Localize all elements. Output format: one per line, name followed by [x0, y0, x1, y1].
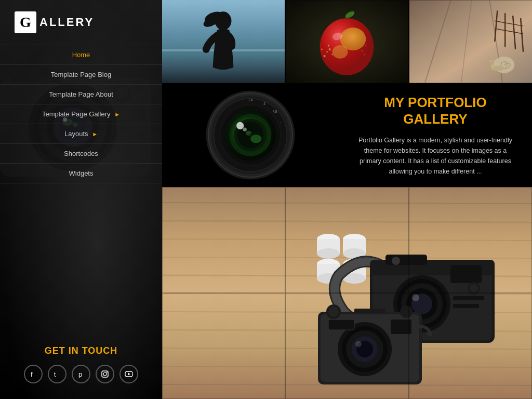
instagram-icon[interactable] — [96, 365, 114, 383]
logo-text: ALLERY — [39, 16, 94, 29]
portfolio-title: MY PORTFOLIO GALLERY — [354, 94, 516, 128]
gallery-image-apple — [286, 0, 408, 83]
svg-text:f: f — [31, 370, 33, 378]
gallery-image-person — [162, 0, 285, 83]
svg-point-33 — [326, 51, 328, 52]
nav-home[interactable]: Home — [0, 45, 162, 64]
svg-point-36 — [328, 45, 329, 46]
svg-point-134 — [427, 331, 432, 336]
gallery-arrow-icon: ► — [114, 111, 120, 117]
svg-marker-20 — [128, 373, 130, 376]
youtube-icon[interactable] — [119, 365, 138, 383]
svg-text:1.4: 1.4 — [248, 98, 253, 102]
bottom-gallery-image — [162, 187, 532, 399]
nav-template-gallery[interactable]: Template Page Gallery ► — [0, 104, 162, 124]
svg-point-119 — [392, 257, 400, 265]
nav-template-about[interactable]: Template Page About — [0, 84, 162, 104]
svg-point-55 — [489, 60, 491, 62]
svg-rect-114 — [450, 265, 482, 283]
portfolio-description: Portfolio Gallery is a modern, stylish a… — [354, 135, 516, 177]
svg-point-40 — [363, 54, 365, 56]
svg-point-130 — [355, 341, 362, 347]
svg-rect-117 — [453, 296, 484, 300]
camera-lens-area: 1.4 2 2.8 4 5.6 8 11 — [162, 83, 339, 187]
gallery-image-road — [409, 0, 532, 83]
nav-layouts[interactable]: Layouts ► — [0, 124, 162, 143]
svg-point-94 — [317, 248, 340, 259]
svg-point-77 — [250, 135, 262, 143]
logo-area: G ALLERY — [0, 0, 162, 41]
person-scene — [162, 0, 285, 83]
sidebar: G ALLERY Home Template Page Blog Templat… — [0, 0, 162, 399]
svg-point-124 — [400, 305, 413, 318]
camera-lens-svg: 1.4 2 2.8 4 5.6 8 11 — [204, 88, 297, 182]
svg-rect-107 — [385, 255, 427, 265]
svg-rect-118 — [453, 304, 479, 308]
svg-point-35 — [324, 55, 326, 57]
social-icons-group: f t p — [10, 365, 152, 383]
facebook-icon[interactable]: f — [24, 365, 43, 383]
svg-point-18 — [107, 372, 108, 373]
nav-template-blog[interactable]: Template Page Blog — [0, 64, 162, 84]
svg-point-17 — [103, 373, 107, 376]
svg-point-29 — [332, 45, 348, 59]
svg-point-38 — [362, 50, 363, 51]
svg-point-34 — [331, 54, 333, 55]
svg-point-57 — [493, 60, 495, 62]
svg-rect-132 — [328, 320, 354, 330]
pinterest-icon[interactable]: p — [72, 365, 90, 383]
svg-point-39 — [365, 45, 367, 46]
svg-point-123 — [328, 307, 339, 317]
svg-rect-41 — [409, 0, 532, 83]
svg-text:t: t — [54, 371, 56, 378]
svg-point-116 — [470, 284, 478, 292]
main-content: 1.4 2 2.8 4 5.6 8 11 — [162, 0, 532, 399]
sidebar-content: G ALLERY Home Template Page Blog Templat… — [0, 0, 162, 399]
twitter-icon[interactable]: t — [48, 365, 66, 383]
layouts-arrow-icon: ► — [92, 131, 98, 137]
get-in-touch-title: GET IN TOUCH — [10, 345, 152, 356]
top-images-row — [162, 0, 532, 83]
logo-icon: G — [15, 11, 36, 33]
svg-rect-133 — [354, 309, 385, 313]
svg-text:p: p — [78, 370, 82, 378]
nav-widgets[interactable]: Widgets — [0, 163, 162, 183]
svg-text:2: 2 — [263, 102, 265, 105]
middle-section: 1.4 2 2.8 4 5.6 8 11 — [162, 83, 532, 187]
svg-point-53 — [490, 64, 495, 69]
svg-rect-131 — [391, 320, 411, 334]
main-nav: Home Template Page Blog Template Page Ab… — [0, 45, 162, 183]
svg-point-76 — [243, 128, 247, 131]
svg-point-32 — [329, 48, 331, 50]
svg-point-113 — [412, 294, 419, 301]
nav-shortcodes[interactable]: Shortcodes — [0, 143, 162, 163]
svg-point-37 — [321, 48, 323, 50]
bottom-scene-svg — [162, 187, 532, 399]
svg-point-79 — [249, 134, 251, 136]
svg-point-75 — [236, 122, 244, 129]
get-in-touch-section: GET IN TOUCH f t p — [0, 333, 162, 399]
portfolio-text-area: MY PORTFOLIO GALLERY Portfolio Gallery i… — [339, 83, 532, 187]
